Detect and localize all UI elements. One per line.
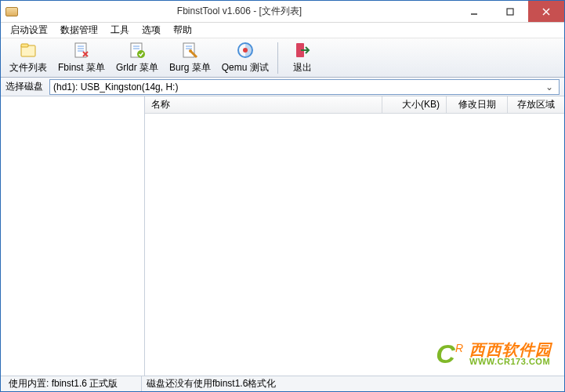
column-header: 名称 大小(KB) 修改日期 存放区域 xyxy=(145,96,564,114)
minimize-button[interactable] xyxy=(456,1,492,22)
menu-options[interactable]: 选项 xyxy=(136,22,167,38)
status-kernel: 使用内置: fbinst1.6 正式版 xyxy=(4,376,142,391)
disk-label: 选择磁盘 xyxy=(5,80,43,93)
menubar: 启动设置 数据管理 工具 选项 帮助 xyxy=(1,23,564,38)
tool-burg-menu[interactable]: Burg 菜单 xyxy=(164,38,216,77)
disk-selector-row: 选择磁盘 (hd1): USB_Kingston(14g, H:) ⌄ xyxy=(1,78,564,96)
burg-menu-icon xyxy=(180,41,199,60)
col-name[interactable]: 名称 xyxy=(145,96,382,113)
maximize-button[interactable] xyxy=(492,1,528,22)
tool-exit[interactable]: 退出 xyxy=(281,38,324,77)
menu-tools[interactable]: 工具 xyxy=(104,22,136,38)
file-list-icon xyxy=(19,41,38,60)
svg-rect-5 xyxy=(21,44,28,47)
grldr-menu-icon xyxy=(128,41,147,60)
col-size[interactable]: 大小(KB) xyxy=(382,96,447,113)
tool-fbinst-menu[interactable]: Fbinst 菜单 xyxy=(53,38,110,77)
close-button[interactable] xyxy=(528,1,564,22)
app-icon xyxy=(5,7,18,16)
qemu-test-icon xyxy=(236,41,255,60)
statusbar: 使用内置: fbinst1.6 正式版 磁盘还没有使用fbinst1.6格式化 xyxy=(1,376,564,391)
menu-boot-settings[interactable]: 启动设置 xyxy=(4,22,54,38)
watermark-logo-r: R xyxy=(455,342,463,354)
window-title: FbinstTool v1.606 - [文件列表] xyxy=(23,5,456,18)
menu-data-manage[interactable]: 数据管理 xyxy=(54,22,104,38)
svg-rect-14 xyxy=(183,43,194,57)
watermark-cn: 西西软件园 xyxy=(469,342,552,358)
watermark-logo-c: C xyxy=(436,339,455,369)
svg-rect-1 xyxy=(507,9,513,15)
file-list-panel: 名称 大小(KB) 修改日期 存放区域 C R 西西软件园 WWW.CR173.… xyxy=(145,96,564,376)
file-list-body[interactable]: C R 西西软件园 WWW.CR173.COM xyxy=(145,114,564,376)
watermark: C R 西西软件园 WWW.CR173.COM xyxy=(436,339,552,369)
toolbar: 文件列表 Fbinst 菜单 Grldr 菜单 Burg 菜单 Qemu 测试 xyxy=(1,38,564,78)
tool-grldr-menu[interactable]: Grldr 菜单 xyxy=(110,38,164,77)
tool-qemu-test[interactable]: Qemu 测试 xyxy=(216,38,274,77)
svg-point-13 xyxy=(137,50,145,58)
app-window: FbinstTool v1.606 - [文件列表] 启动设置 数据管理 工具 … xyxy=(0,0,565,392)
tree-panel[interactable] xyxy=(1,96,145,376)
tool-file-list[interactable]: 文件列表 xyxy=(4,38,53,77)
disk-select-value: (hd1): USB_Kingston(14g, H:) xyxy=(53,82,543,93)
titlebar: FbinstTool v1.606 - [文件列表] xyxy=(1,1,564,23)
exit-icon xyxy=(293,41,312,60)
chevron-down-icon: ⌄ xyxy=(543,82,556,93)
window-controls xyxy=(456,1,564,22)
col-date[interactable]: 修改日期 xyxy=(447,96,508,113)
toolbar-separator xyxy=(277,42,278,74)
main-area: 名称 大小(KB) 修改日期 存放区域 C R 西西软件园 WWW.CR173.… xyxy=(1,96,564,376)
fbinst-menu-icon xyxy=(72,41,91,60)
svg-point-19 xyxy=(243,48,248,53)
status-disk-msg: 磁盘还没有使用fbinst1.6格式化 xyxy=(142,376,281,391)
svg-point-17 xyxy=(189,49,192,53)
disk-select[interactable]: (hd1): USB_Kingston(14g, H:) ⌄ xyxy=(49,79,560,95)
menu-help[interactable]: 帮助 xyxy=(167,22,198,38)
watermark-url: WWW.CR173.COM xyxy=(469,358,552,366)
col-area[interactable]: 存放区域 xyxy=(508,96,564,113)
